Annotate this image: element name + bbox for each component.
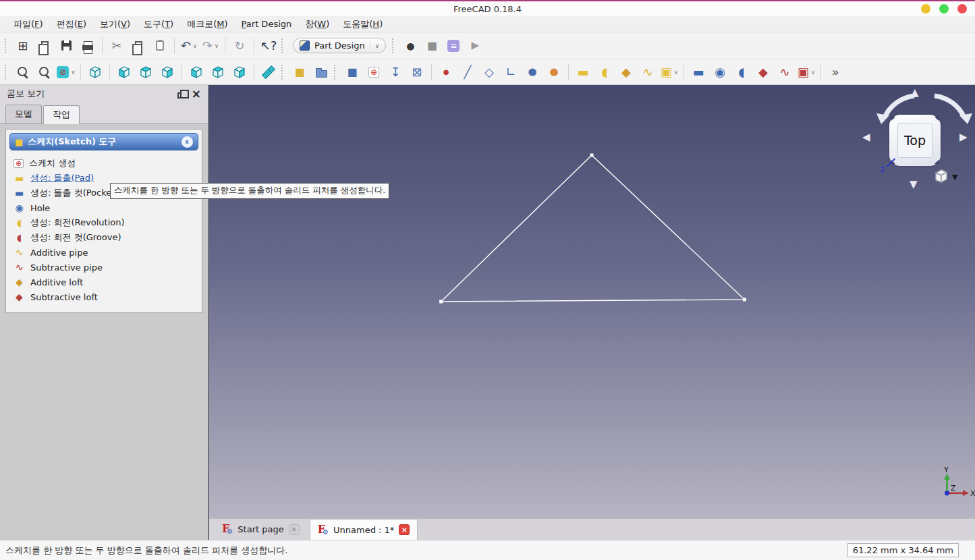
right-view-button[interactable] — [157, 62, 177, 82]
redo-dropdown-icon[interactable]: ∨ — [215, 43, 219, 49]
additive-primitive-dropdown-icon[interactable]: ∨ — [674, 69, 679, 76]
close-tab-start-page-icon[interactable]: × — [289, 524, 300, 535]
measure-distance-button[interactable] — [258, 62, 279, 82]
map-sketch-button[interactable]: ⊠ — [407, 62, 427, 82]
draw-style-dropdown-icon[interactable]: ∨ — [71, 69, 76, 76]
workbench-selector[interactable]: Part Design∨ — [293, 38, 386, 53]
paste-button[interactable] — [150, 36, 170, 56]
whats-this-button[interactable]: ↖? — [258, 36, 279, 56]
navcube-top-face[interactable]: Top — [897, 123, 932, 158]
close-tab-unnamed-1-icon[interactable]: × — [399, 524, 410, 535]
navcube-corner-icon[interactable] — [931, 157, 939, 164]
sketch-line-button[interactable]: ╱ — [457, 62, 478, 82]
create-group-button[interactable] — [311, 62, 331, 82]
sketch-rectangle-button[interactable]: ◇ — [479, 62, 499, 82]
menu-file[interactable]: 파일(F) — [7, 17, 50, 32]
sketch-tools-section-header[interactable]: ■ 스케치(Sketch) 도구 « — [9, 133, 198, 150]
menu-tools[interactable]: 도구(T) — [137, 17, 180, 32]
menu-part-design[interactable]: Part Design — [235, 18, 299, 30]
z-axis-label: z — [881, 165, 885, 174]
pad-button[interactable]: ▬ — [573, 62, 593, 82]
macro-edit-button[interactable]: ≡ — [443, 36, 464, 56]
open-document-button[interactable] — [34, 36, 55, 56]
toolbar-overflow-button[interactable]: » — [825, 62, 845, 82]
subtractive-primitive-dropdown-icon[interactable]: ∨ — [811, 69, 816, 76]
bottom-view-button[interactable] — [208, 62, 228, 82]
navcube-menu-arrow-icon[interactable]: ▼ — [952, 173, 957, 181]
sketch-polyline-button[interactable]: ∟ — [501, 62, 521, 82]
create-sketch-button[interactable]: ⊕ — [364, 62, 384, 82]
subtractive-pipe-button[interactable]: ∿ — [775, 62, 795, 82]
nav-up-arrow-icon[interactable]: ▲ — [911, 88, 919, 98]
additive-pipe-button[interactable]: ∿ — [638, 62, 658, 82]
axonometric-view-button[interactable] — [85, 62, 105, 82]
macro-play-button[interactable]: ▶ — [465, 36, 485, 56]
navcube-corner-icon[interactable] — [931, 117, 939, 124]
menu-edit[interactable]: 편집(E) — [50, 17, 93, 32]
groove-button[interactable]: ◖ — [731, 62, 752, 82]
sketch-triangle[interactable] — [209, 85, 975, 518]
additive-loft-button[interactable]: ◆ — [616, 62, 636, 82]
maximize-button[interactable] — [939, 4, 949, 13]
3d-viewport[interactable]: ▲ ◀ ▶ ▼ Top z ▼ Y — [209, 85, 975, 518]
task-item-revolution[interactable]: ◖생성: 회전(Revolution) — [13, 215, 197, 230]
subtractive-primitive-button[interactable]: ▣∨ — [796, 62, 816, 82]
macro-stop-button[interactable]: ■ — [422, 36, 442, 56]
menu-window[interactable]: 창(W) — [298, 17, 336, 32]
task-item-subtractive-pipe[interactable]: ∿Subtractive pipe — [13, 260, 197, 275]
close-panel-icon[interactable]: × — [192, 88, 201, 100]
save-button[interactable] — [56, 36, 76, 56]
collapse-section-icon[interactable]: « — [182, 136, 193, 148]
print-button[interactable] — [78, 36, 98, 56]
new-document-button[interactable]: ⊞ — [13, 36, 33, 56]
menu-macro[interactable]: 매크로(M) — [180, 17, 234, 32]
workbench-dropdown-icon[interactable]: ∨ — [370, 43, 380, 49]
mdi-tab-start-page[interactable]: F⚙Start page× — [215, 519, 307, 540]
task-item-groove[interactable]: ◖생성: 회전 컷(Groove) — [13, 230, 197, 245]
task-item-hole[interactable]: ◉Hole — [13, 200, 197, 215]
menu-help[interactable]: 도움말(H) — [336, 17, 389, 32]
sketch-point-button[interactable]: ● — [436, 62, 456, 82]
revolution-button[interactable]: ◖ — [594, 62, 615, 82]
draw-style-button[interactable]: ⊘∨ — [56, 62, 76, 82]
undo-dropdown-icon[interactable]: ∨ — [193, 43, 198, 49]
task-item-subtractive-loft[interactable]: ◆Subtractive loft — [13, 289, 197, 304]
menu-view[interactable]: 보기(V) — [93, 17, 137, 32]
tab-model[interactable]: 모델 — [5, 105, 42, 123]
minimize-button[interactable] — [921, 4, 930, 13]
nav-left-arrow-icon[interactable]: ◀ — [862, 132, 870, 142]
rotate-right-arc-icon[interactable] — [935, 96, 964, 117]
sketch-carbon-copy-button[interactable]: ● — [544, 62, 564, 82]
front-view-button[interactable] — [114, 62, 134, 82]
pocket-button[interactable]: ▬ — [688, 62, 708, 82]
subtractive-loft-button[interactable]: ◆ — [753, 62, 773, 82]
nav-right-arrow-icon[interactable]: ▶ — [959, 132, 968, 142]
edit-sketch-button[interactable]: ↧ — [385, 62, 406, 82]
zoom-selection-button[interactable] — [34, 62, 55, 82]
refresh-button[interactable]: ↻ — [229, 36, 250, 56]
top-view-button[interactable] — [136, 62, 156, 82]
navigation-cube[interactable]: Top — [889, 115, 941, 166]
nav-down-arrow-icon[interactable]: ▼ — [910, 179, 918, 190]
cut-button[interactable]: ✂ — [107, 36, 127, 56]
task-item-additive-loft[interactable]: ◆Additive loft — [13, 275, 197, 289]
redo-button[interactable]: ↷∨ — [200, 36, 221, 56]
task-item-create-sketch[interactable]: ⊕스케치 생성 — [13, 156, 197, 171]
sketch-bspline-button[interactable]: ● — [522, 62, 542, 82]
hole-button[interactable]: ◉ — [710, 62, 730, 82]
additive-primitive-button[interactable]: ▣∨ — [659, 62, 679, 82]
copy-button[interactable] — [128, 36, 148, 56]
create-body-button[interactable]: ■ — [342, 62, 362, 82]
task-item-additive-pipe[interactable]: ∿Additive pipe — [13, 245, 197, 260]
fit-all-button[interactable] — [13, 62, 33, 82]
float-panel-icon[interactable] — [177, 92, 184, 99]
navcube-mini-cube-icon[interactable] — [932, 167, 950, 188]
macro-record-button[interactable]: ● — [400, 36, 420, 56]
close-window-button[interactable] — [957, 4, 967, 13]
create-part-button[interactable]: ■ — [289, 62, 310, 82]
tab-tasks[interactable]: 작업 — [43, 105, 80, 124]
mdi-tab-unnamed-1[interactable]: F⚙Unnamed : 1*× — [310, 519, 418, 540]
left-view-button[interactable] — [229, 62, 250, 82]
rear-view-button[interactable] — [186, 62, 206, 82]
undo-button[interactable]: ↶∨ — [179, 36, 199, 56]
